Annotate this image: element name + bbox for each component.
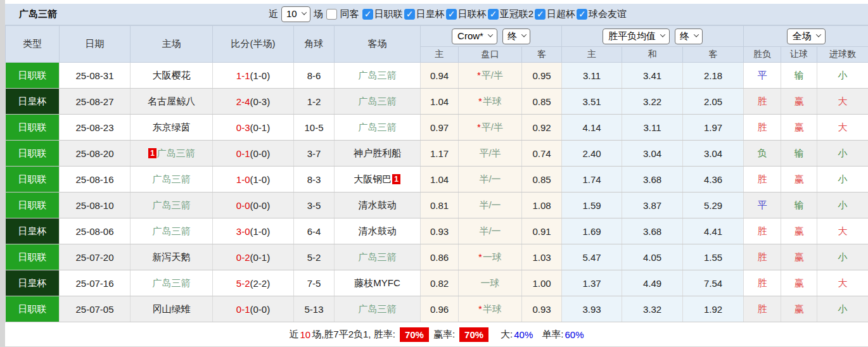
home-team-name[interactable]: 新泻天鹅 — [153, 251, 191, 262]
same-venue-checkbox[interactable] — [326, 9, 337, 20]
handicap-cell: *半/一 — [459, 218, 522, 244]
matches-unit-label: 场 — [314, 8, 323, 20]
league-type-badge: 日职联 — [6, 167, 60, 192]
goals-result: 大 — [817, 218, 868, 244]
home-team-name[interactable]: 广岛三箭 — [153, 174, 191, 184]
avg-draw-odds: 3.32 — [622, 296, 683, 322]
away-team-name[interactable]: 清水鼓动 — [359, 225, 397, 236]
handicap-star-mark: * — [477, 70, 481, 80]
away-team-name[interactable]: 广岛三箭 — [359, 303, 397, 314]
avg-home-odds: 3.11 — [562, 63, 622, 89]
match-result: 平 — [744, 63, 781, 89]
halftime-score: (0-3) — [250, 96, 271, 107]
halftime-score: (0-1) — [250, 122, 271, 133]
crow-home-odds: 0.94 — [421, 63, 459, 89]
goals-result: 大 — [817, 115, 868, 141]
home-team-cell: 广岛三箭 — [131, 218, 213, 244]
home-team-name[interactable]: 广岛三箭 — [153, 199, 191, 210]
crow-home-odds: 0.93 — [421, 218, 459, 244]
col-type-header: 类型 — [6, 26, 60, 63]
league-type-badge: 日皇杯 — [6, 89, 60, 115]
handicap-line: 平/半 — [479, 148, 501, 158]
crow-away-odds: 0.91 — [522, 218, 562, 244]
away-team-name[interactable]: 广岛三箭 — [359, 70, 397, 80]
avg-odds-select[interactable]: 胜平负均值 — [603, 28, 670, 44]
home-team-name[interactable]: 广岛三箭 — [157, 148, 195, 158]
crow-away-odds: 0.74 — [522, 141, 562, 167]
handicap-cell: *半/一 — [459, 192, 522, 218]
crow-away-odds: 0.85 — [522, 167, 562, 192]
crow-home-odds: 1.04 — [421, 89, 459, 115]
handicap-result: 赢 — [781, 167, 817, 192]
halftime-score: (1-0) — [250, 226, 271, 237]
home-team-name[interactable]: 大阪樱花 — [153, 70, 191, 80]
summary-bar: 近10场,胜7平2负1, 胜率: 70% 赢率: 70% 大:40% 单率:60… — [5, 322, 868, 346]
summary-prefix: 近 — [289, 329, 298, 341]
league-filter-checkbox[interactable] — [362, 9, 373, 20]
avg-home-odds: 3.93 — [562, 296, 622, 322]
league-filter-label: 亚冠联2 — [500, 8, 533, 20]
away-team-cell: 神户胜利船 — [335, 141, 421, 167]
handicap-result: 赢 — [781, 244, 817, 270]
home-team-name[interactable]: 冈山绿雉 — [153, 303, 191, 314]
away-team-name[interactable]: 神户胜利船 — [354, 148, 401, 158]
score-cell: 1-0(1-0) — [213, 167, 294, 192]
league-type-badge: 日职联 — [6, 115, 60, 141]
match-date: 25-08-27 — [60, 89, 131, 115]
corner-score: 10-5 — [294, 115, 335, 141]
match-row: 日职联 25-08-16 广岛三箭 1-0(1-0) 8-3 大阪钢巴1 1.0… — [6, 167, 868, 192]
avg-away-odds: 1.97 — [683, 115, 744, 141]
handicap-star-mark: * — [478, 303, 482, 314]
away-team-name[interactable]: 广岛三箭 — [359, 96, 397, 106]
match-date: 25-08-16 — [60, 167, 131, 192]
league-filter-checkbox[interactable] — [404, 9, 415, 20]
handicap-cell: *半球 — [459, 296, 522, 322]
home-team-name[interactable]: 广岛三箭 — [153, 225, 191, 236]
crow-away-odds: 1.08 — [522, 192, 562, 218]
topbar: 广岛三箭 近 10 场 同客 日职联日皇杯日联杯亚冠联2日超杯球会友谊 — [5, 4, 868, 25]
avg-odds-time-select[interactable]: 终 — [675, 28, 703, 44]
avg-away-odds: 5.29 — [683, 192, 744, 218]
bookmaker-select[interactable]: Crow* — [452, 28, 497, 44]
league-filter-checkbox[interactable] — [577, 9, 587, 20]
away-team-name[interactable]: 大阪钢巴 — [354, 174, 392, 184]
away-team-name[interactable]: 广岛三箭 — [359, 122, 397, 132]
away-team-cell: 广岛三箭 — [335, 115, 421, 141]
col-home-header: 主场 — [131, 26, 213, 63]
fulltime-score: 1-1 — [236, 70, 250, 81]
crow-odds-group-header: Crow* 终 — [421, 26, 562, 47]
league-filter-checkbox[interactable] — [488, 9, 499, 20]
handicap-result: 赢 — [781, 218, 817, 244]
goals-result: 大 — [817, 270, 868, 296]
match-result: 平 — [744, 192, 781, 218]
home-team-name[interactable]: 东京绿茵 — [153, 122, 191, 132]
handicap-cell: *平/半 — [459, 141, 522, 167]
halftime-score: (1-0) — [250, 174, 271, 185]
big-rate-value: 40% — [514, 329, 533, 340]
match-scope-select[interactable]: 全场 — [787, 28, 826, 44]
handicap-cell: *半球 — [459, 89, 522, 115]
handicap-cell: *一球 — [459, 244, 522, 270]
league-filter-checkbox[interactable] — [446, 9, 457, 20]
away-team-name[interactable]: 藤枝MYFC — [354, 277, 400, 288]
away-team-cell: 清水鼓动 — [335, 192, 421, 218]
chevron-down-icon — [301, 9, 306, 15]
match-history-panel: 广岛三箭 近 10 场 同客 日职联日皇杯日联杯亚冠联2日超杯球会友谊 — [0, 0, 868, 347]
halftime-score: (0-1) — [250, 252, 271, 263]
league-filter-checkbox[interactable] — [535, 9, 546, 20]
crow-odds-time-select[interactable]: 终 — [502, 28, 530, 44]
away-team-name[interactable]: 广岛三箭 — [359, 251, 397, 262]
home-team-name[interactable]: 名古屋鲸八 — [148, 96, 195, 106]
chevron-down-icon — [815, 32, 820, 37]
fulltime-score: 1-0 — [236, 174, 250, 185]
result-group-header: 全场 — [744, 26, 868, 47]
crow-home-odds: 0.86 — [421, 244, 459, 270]
avg-draw-odds: 3.41 — [622, 63, 683, 89]
away-team-name[interactable]: 清水鼓动 — [359, 199, 397, 210]
match-row: 日职联 25-08-20 1广岛三箭 0-1(0-0) 3-7 神户胜利船 1.… — [6, 141, 868, 167]
score-cell: 0-3(0-1) — [213, 115, 294, 141]
home-team-cell: 大阪樱花 — [131, 63, 213, 89]
home-team-name[interactable]: 广岛三箭 — [153, 277, 191, 288]
recent-count-select[interactable]: 10 — [281, 6, 310, 22]
handicap-line: 一球 — [481, 277, 500, 288]
